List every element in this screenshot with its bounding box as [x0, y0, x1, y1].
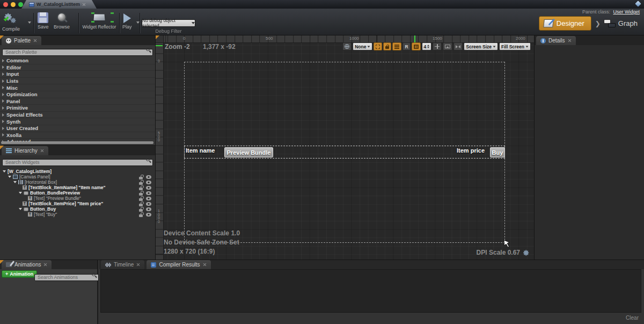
- expander-icon[interactable]: [2, 113, 4, 117]
- tree-row-textblock-itemname[interactable]: T [TextBlock_ItemName] "Item name": [0, 185, 155, 190]
- preview-bundle-button[interactable]: Preview Bundle: [224, 147, 273, 157]
- tree-row-button-buy[interactable]: Button_Buy: [0, 206, 155, 212]
- expander-icon[interactable]: [19, 192, 22, 194]
- tree-row-canvas-panel[interactable]: [Canvas Panel]: [0, 174, 155, 179]
- lock-icon[interactable]: [139, 191, 143, 196]
- show-outlines-toggle[interactable]: [374, 42, 382, 51]
- tree-row-root[interactable]: [W_CatalogListItem]: [0, 169, 155, 174]
- visibility-eye-icon[interactable]: [146, 175, 151, 179]
- expander-icon[interactable]: [2, 133, 4, 136]
- expander-icon[interactable]: [2, 73, 4, 76]
- lock-icon[interactable]: [139, 201, 143, 206]
- transform-mode-button[interactable]: [433, 42, 442, 51]
- lock-icon[interactable]: [139, 175, 143, 179]
- maximize-window-button[interactable]: [18, 2, 23, 7]
- animations-search-input[interactable]: [34, 274, 99, 281]
- close-icon[interactable]: [203, 263, 207, 267]
- visibility-eye-icon[interactable]: [146, 191, 151, 195]
- palette-category-synth[interactable]: Synth: [0, 118, 155, 125]
- compile-button[interactable]: Compile: [2, 12, 20, 32]
- expander-icon[interactable]: [2, 127, 4, 130]
- dpi-settings-gear-icon[interactable]: [523, 249, 530, 256]
- expander-icon[interactable]: [19, 208, 22, 210]
- tree-row-button-bundlepreview[interactable]: Button_BundlePreview: [0, 190, 155, 196]
- expander-icon[interactable]: [2, 86, 4, 89]
- palette-category-lists[interactable]: Lists: [0, 78, 155, 85]
- play-button[interactable]: Play: [122, 12, 132, 30]
- minimize-window-button[interactable]: [11, 2, 16, 7]
- palette-category-panel[interactable]: Panel: [0, 98, 155, 105]
- compiler-results-log[interactable]: [100, 269, 641, 313]
- tab-compiler-results[interactable]: Compiler Results: [147, 260, 210, 269]
- tab-details[interactable]: Details: [536, 36, 576, 45]
- expander-icon[interactable]: [2, 66, 4, 69]
- grid-snap-size-stepper[interactable]: 4: [422, 42, 432, 51]
- tree-row-textblock-itemprice[interactable]: T [TextBlock_ItemPrice] "Item price": [0, 201, 155, 206]
- visibility-eye-icon[interactable]: [146, 202, 151, 206]
- palette-category-common[interactable]: Common: [0, 57, 155, 64]
- close-icon[interactable]: [43, 263, 47, 267]
- asset-tab[interactable]: W_CatalogListItem: [21, 0, 97, 9]
- close-window-button[interactable]: [3, 2, 8, 7]
- tree-row-text-buy[interactable]: T [Text] "Buy": [0, 212, 155, 217]
- fill-screen-dropdown[interactable]: Fill Screen: [499, 42, 531, 51]
- widget-reflector-button[interactable]: Widget Reflector: [82, 12, 117, 30]
- close-tab-icon[interactable]: [82, 3, 86, 6]
- close-icon[interactable]: [136, 263, 140, 267]
- lock-icon[interactable]: [139, 196, 143, 201]
- close-icon[interactable]: [40, 149, 44, 153]
- lock-icon[interactable]: [139, 212, 143, 217]
- palette-category-optimization[interactable]: Optimization: [0, 91, 155, 98]
- palette-scrollbar[interactable]: [1, 141, 153, 144]
- rotation-mode-button[interactable]: R: [402, 42, 410, 51]
- visibility-eye-icon[interactable]: [146, 197, 151, 200]
- snap-alignment-toggle[interactable]: [392, 42, 401, 51]
- expander-icon[interactable]: [8, 176, 11, 178]
- expander-icon[interactable]: [2, 99, 4, 103]
- respect-locks-toggle[interactable]: [383, 42, 391, 51]
- close-icon[interactable]: [33, 39, 37, 42]
- add-animation-button[interactable]: + Animation: [2, 270, 37, 278]
- tab-animations[interactable]: Animations: [2, 260, 52, 269]
- palette-search-input[interactable]: [2, 49, 153, 56]
- localization-preview-dropdown[interactable]: None: [353, 42, 372, 51]
- expander-icon[interactable]: [13, 181, 17, 183]
- clear-log-button[interactable]: Clear: [626, 315, 639, 321]
- flip-preview-button[interactable]: [453, 42, 463, 51]
- graph-mode-button[interactable]: Graph: [604, 19, 638, 27]
- expander-icon[interactable]: [2, 120, 4, 123]
- palette-category-user-created[interactable]: User Created: [0, 125, 155, 132]
- stepper-arrows-icon[interactable]: [427, 45, 429, 48]
- preview-buy-button[interactable]: Buy: [490, 147, 505, 157]
- palette-category-special-effects[interactable]: Special Effects: [0, 112, 155, 119]
- tab-timeline[interactable]: Timeline: [101, 260, 144, 269]
- preview-item-name-text[interactable]: Item name: [186, 147, 215, 154]
- preview-item-price-text[interactable]: Item price: [457, 147, 485, 154]
- palette-category-primitive[interactable]: Primitive: [0, 105, 155, 112]
- tree-row-horizontal-box[interactable]: [Horizontal Box]: [0, 179, 155, 185]
- tab-hierarchy[interactable]: Hierarchy: [2, 146, 48, 155]
- palette-category-input[interactable]: Input: [0, 71, 155, 78]
- expander-icon[interactable]: [2, 80, 4, 83]
- compile-options-caret[interactable]: [28, 21, 31, 24]
- close-icon[interactable]: [568, 39, 572, 42]
- lock-icon[interactable]: [139, 185, 143, 190]
- designer-viewport[interactable]: Item name Preview Bundle Item price Buy …: [156, 35, 534, 260]
- grid-snap-toggle[interactable]: [412, 42, 421, 51]
- save-button[interactable]: Save: [38, 12, 49, 30]
- visibility-eye-icon[interactable]: [146, 186, 151, 190]
- designer-mode-button[interactable]: Designer: [539, 16, 591, 31]
- browse-button[interactable]: Browse: [54, 12, 70, 30]
- palette-category-editor[interactable]: Editor: [0, 64, 155, 71]
- expander-icon[interactable]: [2, 93, 4, 96]
- screen-size-dropdown[interactable]: Screen Size: [464, 42, 498, 51]
- visibility-eye-icon[interactable]: [146, 207, 151, 211]
- parent-class-link[interactable]: User Widget: [613, 9, 640, 15]
- lock-icon[interactable]: [139, 180, 143, 185]
- game-view-button[interactable]: [342, 42, 352, 51]
- hierarchy-search-input[interactable]: [2, 159, 153, 166]
- expander-icon[interactable]: [2, 106, 4, 110]
- preview-background-button[interactable]: [443, 42, 452, 51]
- expander-icon[interactable]: [3, 170, 6, 172]
- tab-palette[interactable]: Palette: [2, 36, 41, 45]
